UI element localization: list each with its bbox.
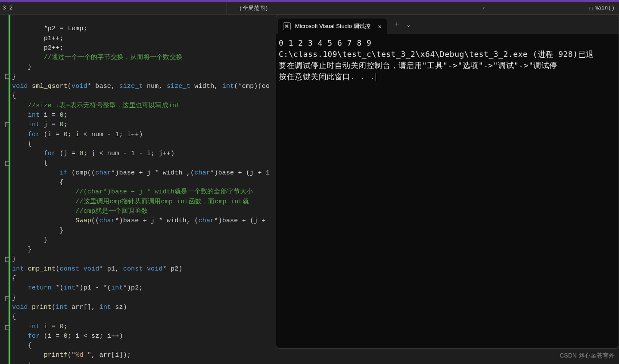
- tab-menu-chevron-icon[interactable]: ⌄: [407, 22, 410, 28]
- scope-function-label[interactable]: main(): [594, 5, 615, 11]
- terminal-app-icon: ⌘: [283, 22, 291, 30]
- code-editor[interactable]: − − − − − − *p2 = temp; p1++; p2++; //通过…: [0, 15, 276, 364]
- terminal-line: 按任意键关闭此窗口. . .: [279, 72, 375, 81]
- editor-gutter: − − − − − −: [0, 15, 9, 364]
- terminal-line: 0 1 2 3 4 5 6 7 8 9: [279, 38, 371, 47]
- terminal-output[interactable]: 0 1 2 3 4 5 6 7 8 9 C:\class.109\test_c\…: [276, 34, 619, 348]
- cube-icon: ⬚: [589, 5, 593, 12]
- terminal-line: C:\class.109\test_c\test_3_2\x64\Debug\t…: [279, 50, 594, 59]
- dropdown-chevron-icon[interactable]: ▾: [482, 6, 485, 11]
- file-tab-label[interactable]: 3_2: [0, 5, 15, 11]
- code-content: *p2 = temp; p1++; p2++; //通过一个一个的字节交换，从而…: [12, 15, 270, 364]
- terminal-title: Microsoft Visual Studio 调试控: [295, 22, 370, 30]
- debug-console-window: ⌘ Microsoft Visual Studio 调试控 ✕ + ⌄ 0 1 …: [276, 15, 619, 348]
- terminal-tab[interactable]: ⌘ Microsoft Visual Studio 调试控 ✕: [278, 19, 387, 34]
- close-icon[interactable]: ✕: [378, 23, 382, 30]
- terminal-cursor: [376, 73, 376, 81]
- editor-toolbar: 3_2 (全局范围) ▾ ⬚ main(): [0, 2, 619, 15]
- change-indicator-bar: [9, 15, 10, 364]
- terminal-line: 要在调试停止时自动关闭控制台，请启用"工具"->"选项"->"调试"->"调试停: [279, 61, 557, 70]
- watermark-text: CSDN @心至苍穹外: [560, 352, 615, 360]
- terminal-titlebar[interactable]: ⌘ Microsoft Visual Studio 调试控 ✕ + ⌄: [276, 15, 619, 34]
- scope-dropdown[interactable]: (全局范围): [239, 4, 268, 12]
- toolbar-divider: [226, 2, 227, 14]
- new-tab-button[interactable]: +: [395, 20, 399, 29]
